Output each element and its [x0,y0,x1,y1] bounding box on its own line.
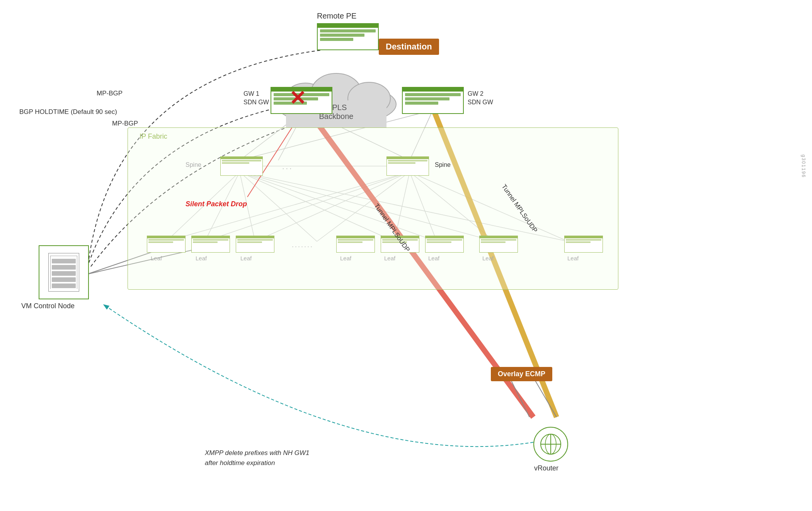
device-row [320,38,353,41]
spine1-label: Spine [186,161,201,168]
leaf4-device [336,236,375,253]
vm-control-label: VM Control Node [21,302,75,310]
spine2-device [386,156,429,176]
device-row [320,29,376,32]
mp-bgp-2-label: MP-BGP [112,120,138,127]
vrouter-device [533,427,568,462]
svg-rect-40 [52,277,76,282]
leaf8-device [564,236,603,253]
xmpp-label: XMPP delete prefixes with NH GW1after ho… [205,448,310,468]
gw2-text: GW 2SDN GW [468,90,493,105]
spine-dots: ... [282,162,293,171]
svg-rect-41 [52,284,76,288]
diagram: Remote PE Destination MPLS Backbone ✕ [0,0,812,511]
leaf2-device [191,236,230,253]
gw2-label: GW 2SDN GW [468,90,493,107]
leaf4-label: Leaf [340,255,351,261]
vm-control-node [39,245,89,299]
rack-icon [50,256,77,289]
watermark: g301196 [801,154,806,178]
xmpp-text: XMPP delete prefixes with NH GW1after ho… [205,449,310,467]
svg-rect-39 [52,271,76,276]
mp-bgp-1-label: MP-BGP [97,90,123,97]
gw1-label: GW 1SDN GW [243,90,269,107]
spine1-device [220,156,263,176]
leaf1-device [147,236,186,253]
gw1-text: GW 1SDN GW [243,90,269,105]
device-rows [318,28,378,42]
leaf5-label: Leaf [384,255,395,261]
leaf8-label: Leaf [567,255,579,261]
svg-rect-38 [52,265,76,270]
vrouter-label: vRouter [534,464,558,472]
device-header [318,24,378,28]
leaf7-device [479,236,518,253]
leaf3-label: Leaf [240,255,252,261]
silent-drop-label: Silent Packet Drop [186,200,247,208]
device-row [320,34,364,37]
bgp-holdtime-label: BGP HOLDTIME (Default 90 sec) [19,108,117,116]
ip-fabric-label: IP Fabric [140,132,167,141]
leaf7-label: Leaf [482,255,494,261]
overlay-ecmp-badge: Overlay ECMP [491,367,552,381]
gw2-device [402,87,464,114]
remote-pe-device [317,23,379,50]
ip-fabric-box: IP Fabric [128,127,618,290]
remote-pe-label: Remote PE [317,12,356,20]
leaf1-label: Leaf [151,255,162,261]
leaf-dots: ....... [292,241,313,249]
vrouter-icon [539,433,562,456]
svg-rect-37 [52,259,76,263]
leaf6-device [425,236,464,253]
spine2-label: Spine [435,161,451,168]
leaf6-label: Leaf [428,255,439,261]
gw1-x-mark: ✕ [289,88,306,108]
leaf3-device [236,236,274,253]
leaf2-label: Leaf [196,255,207,261]
